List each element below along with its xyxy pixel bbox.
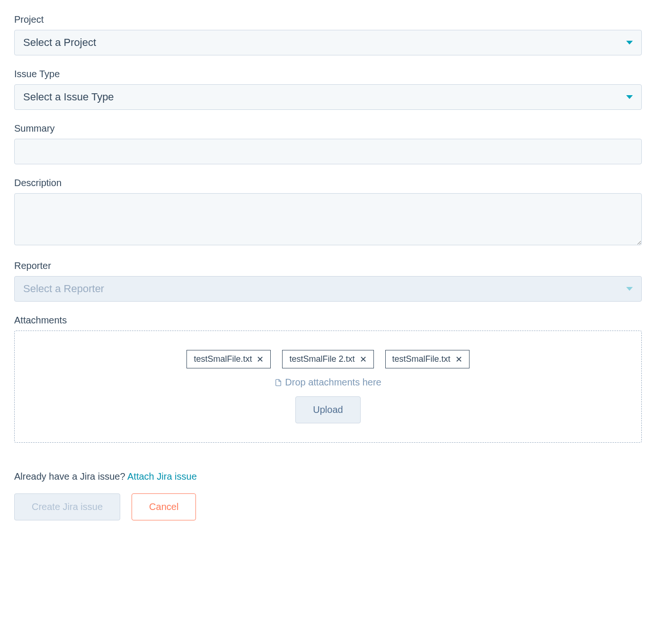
attach-jira-link[interactable]: Attach Jira issue xyxy=(127,471,197,482)
attachment-name: testSmalFile 2.txt xyxy=(289,354,355,364)
cancel-button[interactable]: Cancel xyxy=(132,493,196,520)
caret-down-icon xyxy=(626,95,633,99)
close-icon[interactable]: ✕ xyxy=(360,355,367,364)
project-select-placeholder: Select a Project xyxy=(23,36,96,49)
attachment-name: testSmalFile.txt xyxy=(194,354,252,364)
summary-label: Summary xyxy=(14,123,642,134)
description-textarea[interactable] xyxy=(14,193,642,245)
description-label: Description xyxy=(14,178,642,188)
attachment-name: testSmalFile.txt xyxy=(392,354,451,364)
summary-input[interactable] xyxy=(14,139,642,164)
upload-button[interactable]: Upload xyxy=(295,396,360,423)
file-icon xyxy=(275,378,282,387)
existing-issue-text: Already have a Jira issue? xyxy=(14,471,127,482)
issue-type-select[interactable]: Select a Issue Type xyxy=(14,84,642,110)
attachment-chip: testSmalFile.txt ✕ xyxy=(186,350,271,368)
attachment-chip: testSmalFile.txt ✕ xyxy=(385,350,470,368)
existing-issue-prompt: Already have a Jira issue? Attach Jira i… xyxy=(14,471,642,482)
project-label: Project xyxy=(14,14,642,25)
issue-type-label: Issue Type xyxy=(14,69,642,80)
close-icon[interactable]: ✕ xyxy=(455,355,462,364)
issue-type-select-placeholder: Select a Issue Type xyxy=(23,91,114,103)
reporter-label: Reporter xyxy=(14,260,642,271)
attachments-list: testSmalFile.txt ✕ testSmalFile 2.txt ✕ … xyxy=(186,350,469,368)
create-jira-button[interactable]: Create Jira issue xyxy=(14,493,120,520)
project-select[interactable]: Select a Project xyxy=(14,30,642,55)
drop-hint: Drop attachments here xyxy=(275,377,381,388)
caret-down-icon xyxy=(626,287,633,291)
attachment-chip: testSmalFile 2.txt ✕ xyxy=(282,350,373,368)
caret-down-icon xyxy=(626,41,633,45)
attachments-label: Attachments xyxy=(14,315,642,326)
reporter-select: Select a Reporter xyxy=(14,276,642,302)
close-icon[interactable]: ✕ xyxy=(257,355,264,364)
drop-hint-text: Drop attachments here xyxy=(285,377,381,388)
attachments-dropzone[interactable]: testSmalFile.txt ✕ testSmalFile 2.txt ✕ … xyxy=(14,331,642,443)
reporter-select-placeholder: Select a Reporter xyxy=(23,283,104,295)
